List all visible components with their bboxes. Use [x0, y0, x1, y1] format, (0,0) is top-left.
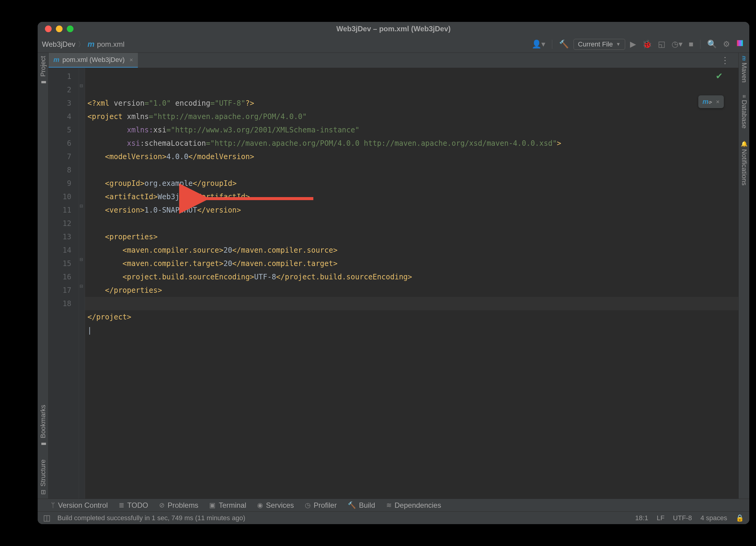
close-hint-icon[interactable]: ×: [716, 98, 720, 105]
project-tool-window-button[interactable]: ▮ Project: [39, 53, 47, 89]
fold-end-icon[interactable]: ⊟: [80, 284, 83, 288]
run-icon[interactable]: ▶: [629, 38, 637, 50]
vcs-tool-window-button[interactable]: ᛘVersion Control: [51, 501, 108, 510]
jetbrains-icon[interactable]: [735, 38, 745, 50]
svg-marker-0: [737, 40, 743, 46]
folder-icon: ▮: [39, 80, 47, 84]
profiler-icon: ◷: [305, 501, 311, 509]
right-tool-rail: m Maven ≡ Database 🔔 Notifications: [738, 53, 749, 499]
build-icon[interactable]: 🔨: [558, 38, 570, 50]
code-editor[interactable]: 1 2 3 4 5 6 7 8 9 10 11 12 13 14 15 16 1…: [49, 68, 738, 499]
breadcrumb-file[interactable]: pom.xml: [97, 40, 124, 49]
problems-tool-window-button[interactable]: ⊘Problems: [159, 501, 198, 510]
bug-icon[interactable]: 🐞: [641, 38, 653, 50]
toolbar: 👤▾ 🔨 Current File ▼ ▶ 🐞 ◱ ◷▾ ■ 🔍 ⚙: [530, 38, 745, 50]
indent-info[interactable]: 4 spaces: [700, 514, 727, 522]
database-tool-window-button[interactable]: ≡ Database: [740, 92, 748, 131]
status-message: Build completed successfully in 1 sec, 7…: [57, 514, 245, 522]
search-icon[interactable]: 🔍: [706, 38, 718, 50]
list-icon: ≣: [119, 501, 124, 509]
breadcrumb-separator: 〉: [78, 39, 85, 49]
layers-icon: ≋: [386, 501, 392, 509]
titlebar: Web3jDev – pom.xml (Web3jDev): [38, 22, 749, 36]
services-tool-window-button[interactable]: ◉Services: [257, 501, 294, 510]
chevron-down-icon: ▼: [616, 42, 621, 47]
toolbar-divider-2: [700, 40, 700, 49]
toolbar-divider: [552, 40, 552, 49]
coverage-icon[interactable]: ◱: [657, 38, 667, 50]
file-encoding[interactable]: UTF-8: [673, 514, 692, 522]
database-icon: ≡: [741, 95, 747, 98]
profiler-tool-window-button[interactable]: ◷Profiler: [305, 501, 337, 510]
editor-area: m pom.xml (Web3jDev) × ⋮ 1 2 3 4 5 6 7 8…: [49, 53, 738, 499]
gear-icon[interactable]: ⚙: [722, 38, 731, 50]
stop-icon[interactable]: ■: [687, 38, 695, 50]
status-bar: ◫ Build completed successfully in 1 sec,…: [38, 511, 749, 524]
maven-reload-hint[interactable]: m⟳ ×: [698, 95, 724, 108]
bottom-tool-bar: ᛘVersion Control ≣TODO ⊘Problems ▣Termin…: [38, 499, 749, 511]
maven-icon: m: [741, 56, 747, 61]
warning-icon: ⊘: [159, 501, 165, 509]
build-tool-window-button[interactable]: 🔨Build: [348, 501, 375, 510]
structure-tool-window-button[interactable]: ⊟ Structure: [39, 456, 47, 499]
tab-more-icon[interactable]: ⋮: [718, 55, 732, 65]
editor-tab-pom[interactable]: m pom.xml (Web3jDev) ×: [49, 53, 138, 68]
caret-position[interactable]: 18:1: [635, 514, 648, 522]
navigation-bar: Web3jDev 〉 m pom.xml 👤▾ 🔨 Current File ▼…: [38, 36, 749, 53]
user-icon[interactable]: 👤▾: [530, 38, 547, 50]
branch-icon: ᛘ: [51, 501, 55, 509]
terminal-icon: ▣: [209, 501, 216, 509]
breadcrumb[interactable]: Web3jDev 〉 m pom.xml: [42, 39, 124, 49]
profile-icon[interactable]: ◷▾: [670, 38, 684, 50]
window-title: Web3jDev – pom.xml (Web3jDev): [38, 25, 749, 33]
close-tab-icon[interactable]: ×: [130, 56, 133, 63]
terminal-tool-window-button[interactable]: ▣Terminal: [209, 501, 246, 510]
current-line-highlight: [85, 297, 738, 310]
line-gutter: 1 2 3 4 5 6 7 8 9 10 11 12 13 14 15 16 1…: [49, 68, 79, 499]
left-tool-rail: ▮ Project ▮ Bookmarks ⊟ Structure: [38, 53, 49, 499]
editor-tabs: m pom.xml (Web3jDev) × ⋮: [49, 53, 738, 68]
fold-marker-icon[interactable]: ⊟: [80, 83, 83, 88]
fold-marker-icon[interactable]: ⊟: [80, 203, 83, 208]
bell-icon: 🔔: [741, 141, 747, 147]
run-config-label: Current File: [578, 40, 613, 48]
maven-file-icon: m: [87, 39, 94, 49]
fold-column[interactable]: ⊟ ⊟ ⊟ ⊟: [79, 68, 85, 499]
bookmark-icon: ▮: [39, 442, 47, 445]
services-icon: ◉: [257, 501, 263, 509]
notifications-tool-window-button[interactable]: 🔔 Notifications: [740, 138, 748, 189]
structure-icon: ⊟: [39, 490, 47, 495]
line-separator[interactable]: LF: [657, 514, 665, 522]
maven-reload-icon[interactable]: m⟳: [703, 98, 712, 106]
tab-label: pom.xml (Web3jDev): [63, 56, 125, 64]
editor-body: ▮ Project ▮ Bookmarks ⊟ Structure m pom.…: [38, 53, 749, 499]
todo-tool-window-button[interactable]: ≣TODO: [119, 501, 148, 510]
dependencies-tool-window-button[interactable]: ≋Dependencies: [386, 501, 441, 510]
readonly-lock-icon[interactable]: 🔒: [736, 514, 744, 522]
breadcrumb-project[interactable]: Web3jDev: [42, 40, 75, 49]
bookmarks-tool-window-button[interactable]: ▮ Bookmarks: [39, 402, 47, 450]
hammer-icon: 🔨: [348, 501, 356, 509]
maven-file-icon: m: [53, 56, 60, 64]
inspection-ok-icon[interactable]: ✔: [716, 71, 723, 81]
maven-tool-window-button[interactable]: m Maven: [740, 53, 748, 86]
fold-end-icon[interactable]: ⊟: [80, 257, 83, 262]
code-content[interactable]: <?xml version="1.0" encoding="UTF-8"?> <…: [85, 68, 738, 499]
run-config-dropdown[interactable]: Current File ▼: [574, 39, 625, 50]
ide-window: Web3jDev – pom.xml (Web3jDev) Web3jDev 〉…: [38, 22, 749, 524]
margins-icon[interactable]: ◫: [43, 513, 51, 523]
